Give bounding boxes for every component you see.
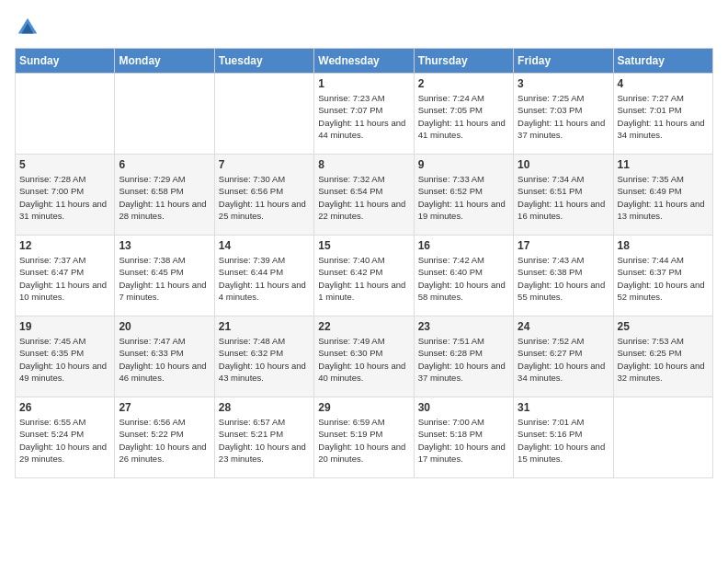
day-info: Sunrise: 7:32 AM Sunset: 6:54 PM Dayligh…: [318, 173, 409, 222]
calendar-cell: 9Sunrise: 7:33 AM Sunset: 6:52 PM Daylig…: [414, 155, 513, 236]
day-info: Sunrise: 7:45 AM Sunset: 6:35 PM Dayligh…: [19, 335, 110, 384]
day-info: Sunrise: 6:56 AM Sunset: 5:22 PM Dayligh…: [119, 416, 210, 465]
day-info: Sunrise: 7:40 AM Sunset: 6:42 PM Dayligh…: [318, 254, 409, 303]
day-info: Sunrise: 7:01 AM Sunset: 5:16 PM Dayligh…: [518, 416, 609, 465]
day-number: 24: [518, 320, 609, 333]
day-number: 5: [19, 158, 110, 171]
day-info: Sunrise: 7:38 AM Sunset: 6:45 PM Dayligh…: [119, 254, 210, 303]
day-number: 21: [219, 320, 310, 333]
calendar-cell: 29Sunrise: 6:59 AM Sunset: 5:19 PM Dayli…: [314, 397, 414, 478]
calendar-cell: 30Sunrise: 7:00 AM Sunset: 5:18 PM Dayli…: [414, 397, 513, 478]
day-info: Sunrise: 7:34 AM Sunset: 6:51 PM Dayligh…: [518, 173, 609, 222]
calendar-cell: 26Sunrise: 6:55 AM Sunset: 5:24 PM Dayli…: [16, 397, 115, 478]
logo: [15, 15, 44, 40]
day-info: Sunrise: 7:49 AM Sunset: 6:30 PM Dayligh…: [318, 335, 409, 384]
calendar-cell: 19Sunrise: 7:45 AM Sunset: 6:35 PM Dayli…: [16, 316, 115, 397]
calendar-cell: [613, 397, 712, 478]
day-number: 25: [618, 320, 709, 333]
day-info: Sunrise: 7:53 AM Sunset: 6:25 PM Dayligh…: [618, 335, 709, 384]
day-info: Sunrise: 7:37 AM Sunset: 6:47 PM Dayligh…: [19, 254, 110, 303]
day-info: Sunrise: 7:00 AM Sunset: 5:18 PM Dayligh…: [418, 416, 509, 465]
day-number: 20: [119, 320, 210, 333]
calendar-cell: 4Sunrise: 7:27 AM Sunset: 7:01 PM Daylig…: [613, 74, 712, 155]
calendar-cell: [115, 74, 214, 155]
day-info: Sunrise: 7:48 AM Sunset: 6:32 PM Dayligh…: [219, 335, 310, 384]
calendar-cell: 15Sunrise: 7:40 AM Sunset: 6:42 PM Dayli…: [314, 236, 414, 316]
calendar-cell: 31Sunrise: 7:01 AM Sunset: 5:16 PM Dayli…: [514, 397, 613, 478]
day-number: 3: [518, 77, 609, 90]
calendar-cell: 25Sunrise: 7:53 AM Sunset: 6:25 PM Dayli…: [613, 316, 712, 397]
day-number: 17: [518, 239, 609, 252]
day-of-week-header: Friday: [514, 49, 613, 74]
calendar-cell: 2Sunrise: 7:24 AM Sunset: 7:05 PM Daylig…: [414, 74, 513, 155]
day-info: Sunrise: 7:44 AM Sunset: 6:37 PM Dayligh…: [618, 254, 709, 303]
calendar-week-row: 5Sunrise: 7:28 AM Sunset: 7:00 PM Daylig…: [16, 155, 713, 236]
day-number: 8: [318, 158, 409, 171]
calendar-cell: 21Sunrise: 7:48 AM Sunset: 6:32 PM Dayli…: [214, 316, 313, 397]
day-info: Sunrise: 7:25 AM Sunset: 7:03 PM Dayligh…: [518, 92, 609, 141]
day-info: Sunrise: 7:24 AM Sunset: 7:05 PM Dayligh…: [418, 92, 509, 141]
day-number: 26: [19, 401, 110, 414]
day-info: Sunrise: 7:47 AM Sunset: 6:33 PM Dayligh…: [119, 335, 210, 384]
calendar-cell: 12Sunrise: 7:37 AM Sunset: 6:47 PM Dayli…: [16, 236, 115, 316]
day-of-week-header: Wednesday: [314, 49, 414, 74]
day-of-week-header: Thursday: [414, 49, 513, 74]
day-number: 28: [219, 401, 310, 414]
logo-icon: [15, 15, 40, 40]
day-number: 6: [119, 158, 210, 171]
day-number: 29: [318, 401, 409, 414]
calendar-week-row: 12Sunrise: 7:37 AM Sunset: 6:47 PM Dayli…: [16, 236, 713, 316]
day-info: Sunrise: 7:51 AM Sunset: 6:28 PM Dayligh…: [418, 335, 509, 384]
day-number: 2: [418, 77, 509, 90]
day-of-week-header: Monday: [115, 49, 214, 74]
day-number: 15: [318, 239, 409, 252]
calendar-cell: 28Sunrise: 6:57 AM Sunset: 5:21 PM Dayli…: [214, 397, 313, 478]
calendar-cell: 7Sunrise: 7:30 AM Sunset: 6:56 PM Daylig…: [214, 155, 313, 236]
day-info: Sunrise: 7:33 AM Sunset: 6:52 PM Dayligh…: [418, 173, 509, 222]
day-number: 22: [318, 320, 409, 333]
calendar-cell: 14Sunrise: 7:39 AM Sunset: 6:44 PM Dayli…: [214, 236, 313, 316]
day-info: Sunrise: 7:28 AM Sunset: 7:00 PM Dayligh…: [19, 173, 110, 222]
day-number: 31: [518, 401, 609, 414]
page-header: [15, 15, 713, 40]
calendar-cell: [214, 74, 313, 155]
day-info: Sunrise: 7:52 AM Sunset: 6:27 PM Dayligh…: [518, 335, 609, 384]
calendar-cell: 10Sunrise: 7:34 AM Sunset: 6:51 PM Dayli…: [514, 155, 613, 236]
day-number: 14: [219, 239, 310, 252]
day-info: Sunrise: 7:35 AM Sunset: 6:49 PM Dayligh…: [618, 173, 709, 222]
calendar-table: SundayMondayTuesdayWednesdayThursdayFrid…: [15, 48, 713, 478]
calendar-week-row: 19Sunrise: 7:45 AM Sunset: 6:35 PM Dayli…: [16, 316, 713, 397]
day-number: 10: [518, 158, 609, 171]
day-info: Sunrise: 7:39 AM Sunset: 6:44 PM Dayligh…: [219, 254, 310, 303]
calendar-cell: 17Sunrise: 7:43 AM Sunset: 6:38 PM Dayli…: [514, 236, 613, 316]
calendar-cell: 8Sunrise: 7:32 AM Sunset: 6:54 PM Daylig…: [314, 155, 414, 236]
day-info: Sunrise: 6:55 AM Sunset: 5:24 PM Dayligh…: [19, 416, 110, 465]
day-number: 13: [119, 239, 210, 252]
calendar-cell: 20Sunrise: 7:47 AM Sunset: 6:33 PM Dayli…: [115, 316, 214, 397]
calendar-cell: 16Sunrise: 7:42 AM Sunset: 6:40 PM Dayli…: [414, 236, 513, 316]
calendar-cell: 11Sunrise: 7:35 AM Sunset: 6:49 PM Dayli…: [613, 155, 712, 236]
day-number: 23: [418, 320, 509, 333]
calendar-cell: [16, 74, 115, 155]
calendar-header-row: SundayMondayTuesdayWednesdayThursdayFrid…: [16, 49, 713, 74]
calendar-cell: 18Sunrise: 7:44 AM Sunset: 6:37 PM Dayli…: [613, 236, 712, 316]
calendar-cell: 23Sunrise: 7:51 AM Sunset: 6:28 PM Dayli…: [414, 316, 513, 397]
day-info: Sunrise: 7:27 AM Sunset: 7:01 PM Dayligh…: [618, 92, 709, 141]
day-number: 12: [19, 239, 110, 252]
day-info: Sunrise: 7:42 AM Sunset: 6:40 PM Dayligh…: [418, 254, 509, 303]
day-number: 11: [618, 158, 709, 171]
day-info: Sunrise: 6:57 AM Sunset: 5:21 PM Dayligh…: [219, 416, 310, 465]
day-info: Sunrise: 7:29 AM Sunset: 6:58 PM Dayligh…: [119, 173, 210, 222]
day-number: 19: [19, 320, 110, 333]
calendar-cell: 1Sunrise: 7:23 AM Sunset: 7:07 PM Daylig…: [314, 74, 414, 155]
calendar-cell: 3Sunrise: 7:25 AM Sunset: 7:03 PM Daylig…: [514, 74, 613, 155]
calendar-cell: 6Sunrise: 7:29 AM Sunset: 6:58 PM Daylig…: [115, 155, 214, 236]
day-of-week-header: Tuesday: [214, 49, 313, 74]
day-info: Sunrise: 6:59 AM Sunset: 5:19 PM Dayligh…: [318, 416, 409, 465]
day-number: 16: [418, 239, 509, 252]
day-number: 7: [219, 158, 310, 171]
day-number: 9: [418, 158, 509, 171]
calendar-cell: 24Sunrise: 7:52 AM Sunset: 6:27 PM Dayli…: [514, 316, 613, 397]
day-of-week-header: Saturday: [613, 49, 712, 74]
day-of-week-header: Sunday: [16, 49, 115, 74]
